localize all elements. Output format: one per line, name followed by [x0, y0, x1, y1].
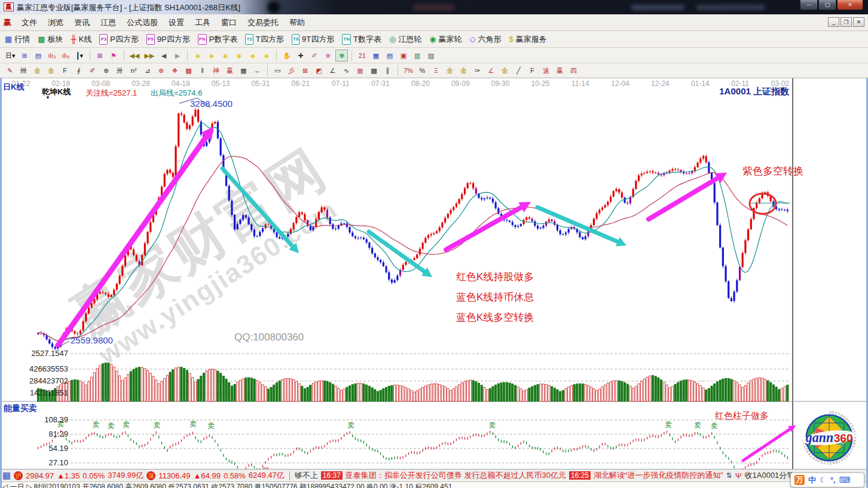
ime-toolbar[interactable]: 万 中 ☾ °, ⌨	[790, 472, 864, 487]
width-measure-tool[interactable]: ↔	[251, 65, 264, 76]
ime-punct-toggle[interactable]: °,	[830, 475, 836, 484]
step-back-button[interactable]: ◀	[157, 50, 170, 62]
parallel-lines-tool[interactable]: ∥	[381, 65, 394, 76]
menu-window[interactable]: 窗口	[216, 17, 242, 28]
child-minimize-button[interactable]: _	[828, 17, 839, 27]
news-headline[interactable]: 亚泰集团：拟非公开发行公司债券 发行总额不超过人民币30亿元	[346, 470, 566, 481]
close-button[interactable]: ✕	[837, 0, 863, 10]
gann-mark-button[interactable]: ⊠	[94, 50, 106, 62]
target-circle-tool[interactable]: ⊕	[155, 65, 167, 76]
news-headline[interactable]: 湖北解读“进一步强化疫情防控的通知”	[594, 470, 723, 481]
quote-table-icon[interactable]: ▦	[2, 470, 11, 481]
snapshot-button[interactable]: ▥	[411, 50, 423, 62]
notebook-button[interactable]: ▤	[383, 50, 396, 62]
print-button[interactable]: ▨	[424, 50, 437, 62]
energy-indicator-title[interactable]: 能量买卖	[4, 403, 37, 414]
winner-service-button[interactable]: $赢家服务	[509, 34, 547, 45]
brush-tool[interactable]: ✑	[471, 65, 484, 76]
chart-window-button[interactable]: ⊞	[19, 50, 31, 62]
menu-settings[interactable]: 设置	[163, 17, 190, 28]
child-restore-button[interactable]: ❐	[841, 17, 852, 27]
save-button[interactable]: ▣	[397, 50, 409, 62]
price-grid-tool[interactable]: ▦	[237, 65, 250, 76]
t9-square-button[interactable]: T99T四方形	[292, 34, 335, 45]
measure-tool-button[interactable]: ✐	[308, 50, 320, 62]
ying-slash-tool[interactable]: 赢	[554, 65, 566, 76]
xi-levels-tool[interactable]: Ξ	[430, 65, 442, 76]
gold-slash-tool[interactable]: 金	[499, 65, 511, 76]
speed-line-tool[interactable]: 速	[540, 65, 552, 76]
menu-file[interactable]: 文件	[16, 17, 42, 28]
panel-period-label[interactable]: 日K线	[3, 82, 24, 93]
gold-section-tool[interactable]: 金	[31, 65, 44, 76]
strategy-tool-button[interactable]: ✾	[335, 50, 348, 62]
pen-tool[interactable]: ✎	[4, 65, 16, 76]
slope-tool[interactable]: ╱	[512, 65, 525, 76]
tally-grid-tool[interactable]: 卌	[17, 65, 30, 76]
diamond-left-button[interactable]: ◈	[191, 50, 204, 62]
t-square-button[interactable]: T3T四方形	[245, 34, 283, 45]
time-marks-tool[interactable]: ‖	[196, 65, 209, 76]
gold-channel-tool[interactable]: 金	[45, 65, 57, 76]
p9-square-button[interactable]: P99P四方形	[146, 34, 190, 45]
diamond-expand-button[interactable]: ◈	[246, 50, 259, 62]
child-close-button[interactable]: ✕	[853, 17, 864, 27]
news-scroll-spinner[interactable]: ⇅	[726, 471, 732, 480]
kline-button[interactable]: ╫K线	[71, 34, 92, 45]
web-grid-tool[interactable]: ▩	[182, 65, 195, 76]
hexagon-button[interactable]: ◇六角形	[470, 34, 502, 45]
gold-circle-tool[interactable]: 金	[444, 65, 456, 76]
zigzag-tool[interactable]: ∿	[340, 65, 353, 76]
p-number-table-button[interactable]: PNP数字表	[198, 34, 238, 45]
diamond-h-button[interactable]: ◈	[219, 50, 231, 62]
square-number-tool[interactable]: n²	[127, 65, 140, 76]
minor-bars-3-button[interactable]: ılı₃	[46, 50, 59, 62]
ime-method-icon[interactable]: 万	[794, 475, 805, 485]
info-panel-button[interactable]: ▤	[32, 50, 45, 62]
crosshair-button[interactable]: ✚	[294, 50, 307, 62]
spiral-tool[interactable]: ∮	[72, 65, 85, 76]
shen-tool[interactable]: 神	[210, 65, 222, 76]
angle-arc-tool[interactable]: ⊿	[141, 65, 154, 76]
gann-star-tool[interactable]: ❖	[169, 65, 181, 76]
signal-flag-button[interactable]: ⚑	[108, 50, 120, 62]
maximize-button[interactable]: ▢	[818, 0, 836, 10]
calendar-button[interactable]: 21	[356, 50, 368, 62]
fibonacci-tool[interactable]: F	[59, 65, 71, 76]
angle-slash-tool[interactable]: ∠	[485, 65, 497, 76]
dense-grid-tool[interactable]: ▩	[368, 65, 380, 76]
jump-last-button[interactable]: ▶▶	[142, 50, 156, 62]
ying-tool[interactable]: 赢	[224, 65, 236, 76]
winner-wheel-button[interactable]: ◉赢家轮	[429, 34, 461, 45]
diamond-full-button[interactable]: ◈	[260, 50, 273, 62]
candle-style-dropdown[interactable]: ┃▾	[74, 50, 86, 62]
cycle-circle-tool[interactable]: ⊕	[100, 65, 112, 76]
market-quotes-button[interactable]: ▦行情	[5, 34, 30, 45]
gann-wheel-button[interactable]: ◎江恩轮	[389, 34, 421, 45]
chevron-down-icon[interactable]: ▼	[45, 95, 50, 100]
jump-first-button[interactable]: ◀◀	[128, 50, 142, 62]
minimize-button[interactable]: —	[800, 0, 818, 10]
minor-bars-9-button[interactable]: ılı₉	[60, 50, 72, 62]
menu-trade-order[interactable]: 交易委托	[242, 17, 284, 28]
period-day-dropdown[interactable]: 日▾	[4, 50, 17, 62]
menu-browse[interactable]: 浏览	[42, 17, 69, 28]
menu-tools[interactable]: 工具	[190, 17, 216, 28]
box-cross-tool[interactable]: ⊠	[299, 65, 311, 76]
sector-blocks-button[interactable]: ▩板块	[38, 34, 63, 45]
gold-bars-tool[interactable]: 金	[457, 65, 470, 76]
box-diagonal-tool[interactable]: ◩	[313, 65, 325, 76]
percent-tool[interactable]: %	[416, 65, 429, 76]
frame-tool[interactable]: ▭	[271, 65, 284, 76]
p-square-button[interactable]: P3P四方形	[99, 34, 138, 45]
t-number-table-button[interactable]: TNT数字表	[342, 34, 381, 45]
four-grid-tool[interactable]: 四	[567, 65, 580, 76]
step-forward-button[interactable]: ▶	[171, 50, 184, 62]
diamond-v-button[interactable]: ◈	[233, 50, 245, 62]
fine-grid-tool[interactable]: ▦	[354, 65, 366, 76]
tally-lines-tool[interactable]: 卅	[114, 65, 126, 76]
ime-lang-toggle[interactable]: 中	[808, 475, 816, 486]
hand-tool-button[interactable]: ✋	[280, 50, 293, 62]
diamond-right-button[interactable]: ◈	[205, 50, 218, 62]
pencil-tool[interactable]: ✐	[86, 65, 99, 76]
